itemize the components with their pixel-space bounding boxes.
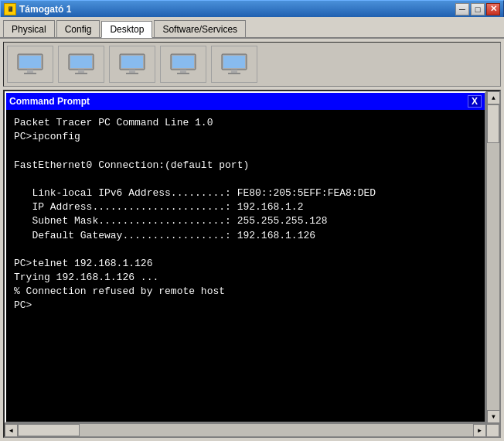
h-scroll-thumb[interactable]	[18, 424, 80, 436]
h-scroll-right-button[interactable]: ►	[473, 424, 486, 437]
tab-software-services[interactable]: Software/Services	[154, 20, 246, 37]
svg-rect-13	[172, 56, 194, 68]
inner-area: Command Prompt X Packet Tracer PC Comman…	[5, 91, 499, 423]
svg-rect-14	[180, 70, 186, 73]
main-content: Command Prompt X Packet Tracer PC Comman…	[0, 39, 504, 441]
icon-strip	[3, 42, 501, 87]
cmd-window: Command Prompt X Packet Tracer PC Comman…	[5, 91, 486, 423]
svg-rect-11	[126, 73, 138, 74]
minimize-button[interactable]: ─	[455, 3, 469, 15]
svg-rect-1	[19, 56, 41, 68]
svg-rect-10	[129, 70, 135, 73]
svg-rect-6	[78, 70, 84, 73]
corner-box	[486, 424, 499, 437]
cmd-titlebar: Command Prompt X	[6, 93, 485, 110]
v-scrollbar: ▲ ▼	[486, 91, 499, 423]
h-scroll-left-button[interactable]: ◄	[5, 424, 18, 437]
svg-rect-3	[24, 73, 36, 74]
svg-rect-7	[75, 73, 87, 74]
svg-rect-2	[27, 70, 33, 73]
close-button[interactable]: ✕	[486, 3, 500, 15]
device-icon-1	[7, 46, 53, 83]
window-titlebar: 🖥 Támogató 1 ─ □ ✕	[0, 0, 504, 17]
v-scroll-thumb[interactable]	[487, 104, 499, 143]
h-scrollbar: ◄ ►	[5, 423, 499, 436]
content-area: Command Prompt X Packet Tracer PC Comman…	[5, 91, 486, 423]
device-icon-4	[160, 46, 206, 83]
maximize-button[interactable]: □	[471, 3, 485, 15]
cmd-title: Command Prompt	[9, 96, 90, 107]
svg-rect-15	[177, 73, 189, 74]
window-title: 🖥 Támogató 1	[4, 3, 71, 15]
outer-frame: Command Prompt X Packet Tracer PC Comman…	[3, 90, 501, 438]
title-icon: 🖥	[4, 3, 16, 15]
svg-rect-17	[223, 56, 245, 68]
svg-rect-19	[228, 73, 240, 74]
tab-desktop[interactable]: Desktop	[101, 21, 152, 38]
device-icon-5	[211, 46, 257, 83]
device-icon-2	[58, 46, 104, 83]
cmd-body[interactable]: Packet Tracer PC Command Line 1.0 PC>ipc…	[6, 110, 485, 422]
svg-rect-5	[70, 56, 92, 68]
v-scroll-down-button[interactable]: ▼	[487, 410, 499, 423]
v-scroll-up-button[interactable]: ▲	[487, 91, 499, 104]
svg-rect-18	[231, 70, 237, 73]
h-scroll-track	[18, 424, 473, 436]
svg-rect-9	[121, 56, 143, 68]
tab-bar: Physical Config Desktop Software/Service…	[0, 17, 504, 39]
tab-config[interactable]: Config	[56, 20, 100, 37]
cmd-close-button[interactable]: X	[468, 95, 482, 108]
device-icon-3	[109, 46, 155, 83]
tab-physical[interactable]: Physical	[3, 20, 55, 37]
window-controls: ─ □ ✕	[455, 3, 500, 15]
v-scroll-track	[487, 104, 499, 410]
